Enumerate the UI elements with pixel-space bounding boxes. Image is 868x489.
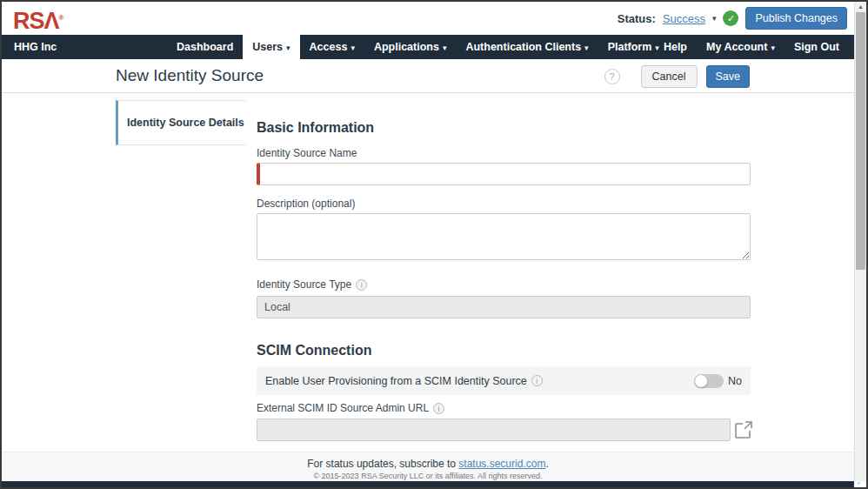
- page-header: New Identity Source Cancel Save: [2, 59, 854, 93]
- status-securid-link[interactable]: status.securid.com: [458, 458, 545, 470]
- topbar-right: Status: Success Publish Changes: [618, 2, 847, 35]
- chevron-down-icon: [286, 36, 290, 60]
- chevron-down-icon: [351, 36, 355, 60]
- status-label: Status:: [618, 12, 656, 25]
- info-icon[interactable]: [356, 279, 367, 291]
- bottom-bar: [2, 481, 854, 487]
- nav-right: Help My Account Sign Out: [654, 35, 849, 59]
- identity-source-type-input: [257, 296, 751, 318]
- scim-url-input: [257, 419, 731, 441]
- scim-url-label: External SCIM ID Source Admin URL: [257, 402, 444, 414]
- nav-item-access[interactable]: Access: [300, 35, 364, 59]
- help-icon[interactable]: [604, 69, 620, 84]
- rsa-logo: RSΛ®: [13, 5, 63, 34]
- nav-item-authentication-clients[interactable]: Authentication Clients: [456, 35, 598, 59]
- nav-main: Dashboard Users Access Applications Auth…: [167, 35, 669, 59]
- nav-item-help[interactable]: Help: [654, 35, 697, 59]
- nav-item-my-account[interactable]: My Account: [697, 35, 785, 59]
- nav-item-sign-out[interactable]: Sign Out: [785, 35, 849, 59]
- scim-connection-heading: SCIM Connection: [257, 343, 371, 358]
- header-actions: Cancel Save: [604, 59, 750, 93]
- page: RSΛ® Status: Success Publish Changes HHG…: [2, 2, 854, 487]
- page-title: New Identity Source: [116, 66, 264, 85]
- scrollbar-thumb[interactable]: [856, 12, 865, 270]
- success-check-icon: [723, 10, 738, 26]
- identity-source-type-label: Identity Source Type: [257, 278, 367, 291]
- main-navbar: HHG Inc Dashboard Users Access Applicati…: [2, 35, 854, 59]
- description-textarea[interactable]: [257, 213, 751, 260]
- scroll-up-icon[interactable]: [855, 2, 866, 12]
- basic-information-heading: Basic Information: [257, 120, 374, 136]
- scim-toggle-wrap: No: [694, 374, 742, 388]
- scroll-down-icon[interactable]: [856, 480, 862, 486]
- save-button[interactable]: Save: [706, 65, 751, 88]
- scim-toggle-label: Enable User Provisioning from a SCIM Ide…: [265, 375, 543, 387]
- scim-provisioning-toggle[interactable]: [694, 374, 724, 388]
- footer-status-line: For status updates, subscribe to status.…: [2, 458, 854, 470]
- chevron-down-icon: [771, 36, 775, 60]
- chevron-down-icon: [443, 36, 447, 60]
- external-link-icon[interactable]: [734, 420, 753, 439]
- rsa-logo-text: RSΛ: [13, 8, 59, 34]
- app-window: RSΛ® Status: Success Publish Changes HHG…: [0, 0, 868, 489]
- nav-item-applications[interactable]: Applications: [364, 35, 457, 59]
- status-link[interactable]: Success: [663, 12, 705, 25]
- nav-item-dashboard[interactable]: Dashboard: [167, 35, 243, 59]
- info-icon[interactable]: [531, 375, 543, 386]
- footer-copyright: © 2015-2023 RSA Security LLC or its affi…: [2, 472, 854, 480]
- toggle-knob: [695, 375, 707, 387]
- toggle-state-label: No: [728, 375, 742, 387]
- sidebar-item-identity-source-details[interactable]: Identity Source Details: [116, 100, 246, 145]
- topbar: RSΛ® Status: Success Publish Changes: [2, 2, 854, 35]
- identity-source-name-input[interactable]: [257, 163, 751, 185]
- scim-toggle-row: Enable User Provisioning from a SCIM Ide…: [257, 366, 751, 395]
- description-label: Description (optional): [257, 198, 355, 210]
- footer: For status updates, subscribe to status.…: [2, 452, 854, 481]
- vertical-scrollbar[interactable]: [854, 2, 866, 481]
- publish-changes-button[interactable]: Publish Changes: [745, 7, 847, 30]
- nav-item-users[interactable]: Users: [243, 35, 299, 59]
- info-icon[interactable]: [433, 403, 444, 414]
- org-name: HHG Inc: [14, 35, 57, 59]
- cancel-button[interactable]: Cancel: [641, 65, 698, 88]
- status-chevron-down-icon[interactable]: [712, 14, 717, 23]
- identity-source-name-label: Identity Source Name: [257, 147, 357, 159]
- chevron-down-icon: [584, 36, 589, 60]
- registered-mark: ®: [59, 14, 64, 22]
